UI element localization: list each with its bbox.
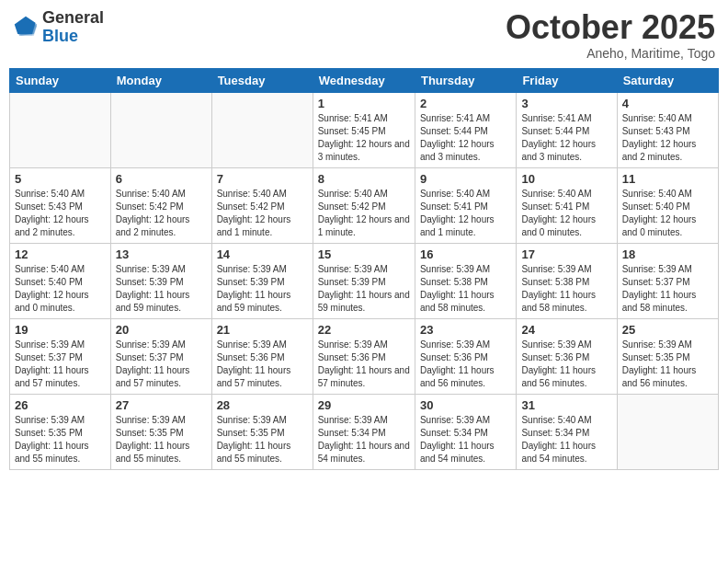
day-info: Sunrise: 5:39 AM Sunset: 5:35 PM Dayligh…: [622, 339, 713, 390]
table-row: [10, 92, 111, 167]
day-info: Sunrise: 5:39 AM Sunset: 5:38 PM Dayligh…: [521, 263, 611, 315]
table-row: 14Sunrise: 5:39 AM Sunset: 5:39 PM Dayli…: [211, 243, 313, 318]
calendar-week-row: 12Sunrise: 5:40 AM Sunset: 5:40 PM Dayli…: [10, 243, 719, 318]
day-info: Sunrise: 5:41 AM Sunset: 5:44 PM Dayligh…: [521, 112, 611, 164]
day-number: 8: [318, 172, 410, 186]
table-row: [617, 394, 718, 469]
day-info: Sunrise: 5:40 AM Sunset: 5:41 PM Dayligh…: [521, 188, 611, 239]
day-info: Sunrise: 5:39 AM Sunset: 5:35 PM Dayligh…: [15, 414, 106, 465]
table-row: 7Sunrise: 5:40 AM Sunset: 5:42 PM Daylig…: [211, 167, 313, 243]
day-info: Sunrise: 5:40 AM Sunset: 5:40 PM Dayligh…: [622, 188, 713, 239]
day-number: 4: [622, 97, 713, 110]
table-row: 15Sunrise: 5:39 AM Sunset: 5:39 PM Dayli…: [313, 243, 415, 318]
calendar-table: Sunday Monday Tuesday Wednesday Thursday…: [9, 68, 719, 470]
day-number: 26: [15, 398, 106, 412]
day-number: 29: [318, 398, 410, 412]
day-number: 1: [318, 97, 410, 110]
svg-marker-3: [15, 17, 36, 34]
table-row: 2Sunrise: 5:41 AM Sunset: 5:44 PM Daylig…: [415, 92, 516, 167]
day-info: Sunrise: 5:39 AM Sunset: 5:36 PM Dayligh…: [217, 339, 308, 390]
table-row: 16Sunrise: 5:39 AM Sunset: 5:38 PM Dayli…: [415, 243, 516, 318]
day-info: Sunrise: 5:40 AM Sunset: 5:42 PM Dayligh…: [217, 188, 308, 239]
day-info: Sunrise: 5:39 AM Sunset: 5:39 PM Dayligh…: [116, 263, 207, 315]
day-number: 3: [521, 97, 611, 110]
table-row: 31Sunrise: 5:40 AM Sunset: 5:34 PM Dayli…: [517, 394, 617, 469]
calendar-week-row: 26Sunrise: 5:39 AM Sunset: 5:35 PM Dayli…: [10, 394, 719, 469]
day-info: Sunrise: 5:40 AM Sunset: 5:42 PM Dayligh…: [318, 188, 410, 239]
col-wednesday: Wednesday: [313, 68, 415, 92]
day-number: 18: [622, 247, 713, 261]
day-number: 24: [521, 323, 611, 337]
day-number: 11: [622, 172, 713, 186]
table-row: [211, 92, 313, 167]
page-header: General Blue October 2025 Aneho, Maritim…: [9, 9, 719, 61]
day-number: 7: [217, 172, 308, 186]
day-info: Sunrise: 5:39 AM Sunset: 5:36 PM Dayligh…: [420, 339, 511, 390]
day-info: Sunrise: 5:39 AM Sunset: 5:39 PM Dayligh…: [318, 263, 410, 315]
table-row: 5Sunrise: 5:40 AM Sunset: 5:43 PM Daylig…: [10, 167, 111, 243]
table-row: 28Sunrise: 5:39 AM Sunset: 5:35 PM Dayli…: [211, 394, 313, 469]
day-info: Sunrise: 5:41 AM Sunset: 5:44 PM Dayligh…: [420, 112, 511, 164]
table-row: 24Sunrise: 5:39 AM Sunset: 5:36 PM Dayli…: [517, 318, 617, 394]
day-number: 2: [420, 97, 511, 110]
table-row: 20Sunrise: 5:39 AM Sunset: 5:37 PM Dayli…: [110, 318, 211, 394]
table-row: 22Sunrise: 5:39 AM Sunset: 5:36 PM Dayli…: [313, 318, 415, 394]
table-row: 1Sunrise: 5:41 AM Sunset: 5:45 PM Daylig…: [313, 92, 415, 167]
table-row: 27Sunrise: 5:39 AM Sunset: 5:35 PM Dayli…: [110, 394, 211, 469]
day-number: 14: [217, 247, 308, 261]
day-info: Sunrise: 5:39 AM Sunset: 5:37 PM Dayligh…: [622, 263, 713, 315]
col-tuesday: Tuesday: [211, 68, 313, 92]
table-row: 8Sunrise: 5:40 AM Sunset: 5:42 PM Daylig…: [313, 167, 415, 243]
day-info: Sunrise: 5:39 AM Sunset: 5:35 PM Dayligh…: [116, 414, 207, 465]
table-row: 12Sunrise: 5:40 AM Sunset: 5:40 PM Dayli…: [10, 243, 111, 318]
col-friday: Friday: [517, 68, 617, 92]
table-row: 10Sunrise: 5:40 AM Sunset: 5:41 PM Dayli…: [517, 167, 617, 243]
table-row: 21Sunrise: 5:39 AM Sunset: 5:36 PM Dayli…: [211, 318, 313, 394]
day-number: 5: [15, 172, 106, 186]
day-info: Sunrise: 5:39 AM Sunset: 5:34 PM Dayligh…: [318, 414, 410, 465]
day-number: 12: [15, 247, 106, 261]
table-row: 25Sunrise: 5:39 AM Sunset: 5:35 PM Dayli…: [617, 318, 718, 394]
col-saturday: Saturday: [617, 68, 718, 92]
day-number: 23: [420, 323, 511, 337]
day-number: 22: [318, 323, 410, 337]
logo: General Blue: [13, 9, 104, 46]
location-subtitle: Aneho, Maritime, Togo: [506, 46, 715, 61]
table-row: 17Sunrise: 5:39 AM Sunset: 5:38 PM Dayli…: [517, 243, 617, 318]
day-info: Sunrise: 5:39 AM Sunset: 5:37 PM Dayligh…: [15, 339, 106, 390]
table-row: 29Sunrise: 5:39 AM Sunset: 5:34 PM Dayli…: [313, 394, 415, 469]
table-row: 9Sunrise: 5:40 AM Sunset: 5:41 PM Daylig…: [415, 167, 516, 243]
col-thursday: Thursday: [415, 68, 516, 92]
day-number: 15: [318, 247, 410, 261]
day-number: 28: [217, 398, 308, 412]
calendar-week-row: 1Sunrise: 5:41 AM Sunset: 5:45 PM Daylig…: [10, 92, 719, 167]
day-info: Sunrise: 5:39 AM Sunset: 5:36 PM Dayligh…: [318, 339, 410, 390]
month-title: October 2025: [506, 9, 715, 46]
table-row: 30Sunrise: 5:39 AM Sunset: 5:34 PM Dayli…: [415, 394, 516, 469]
table-row: 6Sunrise: 5:40 AM Sunset: 5:42 PM Daylig…: [110, 167, 211, 243]
day-number: 16: [420, 247, 511, 261]
table-row: 11Sunrise: 5:40 AM Sunset: 5:40 PM Dayli…: [617, 167, 718, 243]
day-number: 13: [116, 247, 207, 261]
day-info: Sunrise: 5:40 AM Sunset: 5:43 PM Dayligh…: [15, 188, 106, 239]
day-number: 19: [15, 323, 106, 337]
calendar-week-row: 19Sunrise: 5:39 AM Sunset: 5:37 PM Dayli…: [10, 318, 719, 394]
day-number: 10: [521, 172, 611, 186]
day-number: 21: [217, 323, 308, 337]
day-info: Sunrise: 5:39 AM Sunset: 5:38 PM Dayligh…: [420, 263, 511, 315]
col-sunday: Sunday: [10, 68, 111, 92]
day-number: 27: [116, 398, 207, 412]
table-row: 13Sunrise: 5:39 AM Sunset: 5:39 PM Dayli…: [110, 243, 211, 318]
day-info: Sunrise: 5:40 AM Sunset: 5:34 PM Dayligh…: [521, 414, 611, 465]
logo-text: General Blue: [42, 9, 104, 46]
day-number: 20: [116, 323, 207, 337]
calendar-header-row: Sunday Monday Tuesday Wednesday Thursday…: [10, 68, 719, 92]
logo-blue: Blue: [42, 28, 104, 46]
logo-general: General: [42, 9, 104, 28]
table-row: 26Sunrise: 5:39 AM Sunset: 5:35 PM Dayli…: [10, 394, 111, 469]
day-number: 6: [116, 172, 207, 186]
day-info: Sunrise: 5:39 AM Sunset: 5:39 PM Dayligh…: [217, 263, 308, 315]
table-row: 4Sunrise: 5:40 AM Sunset: 5:43 PM Daylig…: [617, 92, 718, 167]
day-info: Sunrise: 5:41 AM Sunset: 5:45 PM Dayligh…: [318, 112, 410, 164]
calendar-week-row: 5Sunrise: 5:40 AM Sunset: 5:43 PM Daylig…: [10, 167, 719, 243]
